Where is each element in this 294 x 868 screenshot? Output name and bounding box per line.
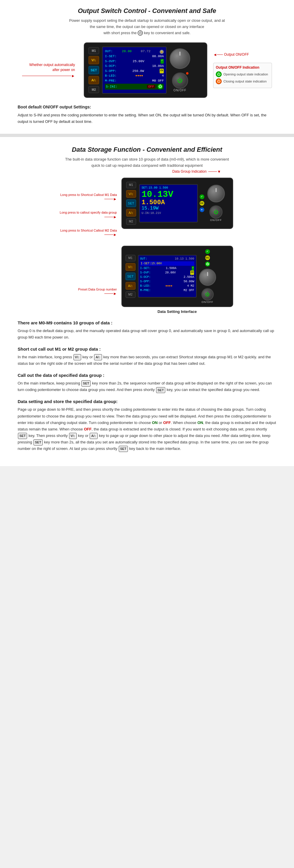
screen-line-4: S-OCP:10.00A (105, 64, 164, 69)
screen2-top: SET:15.00 1.500 (142, 186, 195, 189)
s3-line-1: OUT:10.13 1.500 (140, 257, 194, 261)
annot-open-text: Opening output state indication (223, 72, 268, 76)
screen2-setval: SET:15.00 1.500 (142, 186, 168, 189)
section1-subtitle: Power supply support seting the default … (17, 18, 277, 36)
d3-icon-yellow: CC (205, 255, 210, 260)
annot-preset: Preset Data Group number ► (78, 287, 117, 296)
rotary-knob[interactable] (170, 48, 190, 69)
screen-line-7: M-PRE:M0 OFF (105, 79, 164, 83)
icon-yellow-1: CC (199, 201, 204, 206)
btn-m2-label: M2 (88, 86, 99, 93)
d2-a-btn[interactable]: A/↕ (126, 209, 136, 217)
onoff-button[interactable]: ⏻ (172, 72, 188, 89)
device3-screen: OUT:10.13 1.500 I-SET:15.00V I-SET:1.500… (138, 255, 197, 298)
d3-a-btn[interactable]: A/↕ (125, 282, 136, 290)
annot-left-section1: Whether output automatically after power… (22, 62, 75, 78)
cv-icon: CV (160, 69, 164, 74)
annot-right-title: Output ON/OFF Indication (216, 65, 269, 69)
key-v2: V/↕ (69, 433, 77, 439)
device2-mockup: M1 V/↕ SET A/↕ M2 SET:15.00 1.500 10.13V… (121, 178, 233, 229)
screen-line-1: OUT:20.00 07.72 🔒 (105, 49, 164, 54)
key-set-3: SET (18, 433, 27, 439)
boot-section: Boot default ON/OFF output Settings: Adj… (17, 104, 277, 125)
s3-line-8: M-PRE:M2 OFF (140, 288, 194, 292)
data-setting-label: Data Setting Interface (121, 309, 233, 314)
d2-m2-label: M2 (126, 218, 136, 225)
annot-left-text: Whether output automatically after power… (29, 63, 75, 72)
icon-green-1: ✓ (199, 194, 204, 199)
s3-line-6: S-OPP:50.00W (140, 279, 194, 284)
annot-m2-text: Long press to Shortcut Callout M2 Data (60, 229, 117, 232)
text-section-1: There are M0-M9 contains 10 groups of da… (17, 320, 277, 341)
key-set-4: SET (34, 439, 43, 445)
screen2-watts: 15.19W (142, 206, 195, 211)
s3-line-7: B-LED:●●●● 4 M2 (140, 284, 194, 288)
screen-line-5: S-OPP:250.0W CV (105, 69, 164, 74)
key-v: V/↕ (73, 354, 81, 360)
section2: Data Storage Function - Convenient and E… (0, 136, 294, 466)
device3-wrapper: M1 V/↕ SET A/↕ M2 OUT:10.13 1.500 I-SET:… (121, 246, 233, 314)
annot-set-text: Long press to callout specify data group (60, 211, 117, 214)
section2-subtitle: The built-in data storage function can s… (17, 156, 277, 169)
device3-icons: ✓ CC ⏻ (205, 249, 210, 266)
text-body-2: In the main interface, long press V/↕ ke… (17, 354, 277, 367)
lock-icon: 🔒 (160, 50, 164, 54)
device2-wrapper: Data Group Indication ▼ M1 V/↕ SET A/↕ M… (121, 178, 233, 229)
open-indicator: ⏻ Opening output state indication (216, 71, 269, 77)
d3-set-btn[interactable]: SET (125, 273, 136, 280)
check-icon: ✓ (160, 59, 164, 64)
text-sections: There are M0-M9 contains 10 groups of da… (17, 320, 277, 452)
btn-set-key[interactable]: SET (88, 66, 99, 74)
text-body-3: On the main interface, keep pressing SET… (17, 380, 277, 393)
d2-v-btn[interactable]: V/↕ (126, 190, 136, 198)
s3-line-5: S-OCP:2.500A (140, 275, 194, 279)
screen2-voltage: 10.13V (142, 190, 195, 199)
device3-section: Preset Data Group number ► M1 V/↕ SET A/… (17, 246, 277, 314)
left-buttons: M1 V/↕ SET A/↕ M2 (88, 47, 99, 93)
preset-label-text: Preset Data Group number (78, 287, 117, 291)
onoff-label: ON/OFF (172, 89, 188, 92)
annot-m1: Long press to Shortcut Callout M1 Data ► (60, 192, 117, 201)
screen-line-3: S-OVP:25.00V ✓ (105, 59, 164, 64)
screen2-amps: 1.500A (142, 199, 195, 206)
btn-a-key[interactable]: A/↕ (88, 76, 99, 84)
section1-title: Output Switch Control - Convenient and S… (17, 7, 277, 15)
sini-row: S-INI: OFF ⏻ (105, 84, 164, 90)
device3-onoff: ⏻ ON/OFF (201, 288, 214, 304)
key-a2: A/↕ (90, 433, 98, 439)
key-set-1: SET (81, 380, 90, 386)
d3-m2-label: M2 (125, 291, 136, 298)
text-title-4: Data setting and store the specified dat… (17, 398, 277, 405)
text-title-2: Short cut call out M1 or M2 group data : (17, 346, 277, 352)
s3-line-3: I-SET:1.500A ✓ (140, 266, 194, 271)
boot-title: Boot default ON/OFF output Settings: (17, 104, 277, 111)
s3-cv: CV (190, 271, 194, 275)
dgi-label: Data Group Indication (172, 169, 207, 174)
device2-left-buttons: M1 V/↕ SET A/↕ M2 (126, 182, 136, 225)
annot-onoff-text: Output ON/OFF (224, 53, 249, 57)
s3-line-4: S-OVP:20.00V CV (140, 271, 194, 275)
device1-mockup: M1 V/↕ SET A/↕ M2 OUT:20.00 07.72 🔒 I-SE… (84, 42, 207, 98)
btn-v-key[interactable]: V/↕ (88, 56, 99, 64)
screen2-vin: U-IN:10.21V (142, 212, 195, 215)
text-section-4: Data setting and store the specified dat… (17, 398, 277, 452)
d2-m1-label: M1 (126, 182, 136, 188)
power-on-indicator: ⏻ (157, 84, 163, 89)
btn-m1-label: M1 (88, 47, 99, 54)
annot-close-text: Closing output state indication (223, 80, 267, 83)
device2-section: Long press to Shortcut Callout M1 Data ►… (17, 178, 277, 237)
annot-set: Long press to callout specify data group… (60, 210, 117, 219)
screen-line-2: I-SET:08.00A (105, 54, 164, 59)
device3-knob[interactable] (199, 269, 216, 286)
d3-v-btn[interactable]: V/↕ (125, 263, 136, 271)
device2-onoff-btn[interactable]: ⏻ (209, 205, 223, 219)
device2-knob[interactable] (207, 185, 225, 203)
key-a: A/↕ (94, 354, 102, 360)
d3-icon-green: ✓ (205, 249, 210, 254)
device2-screen: SET:15.00 1.500 10.13V 1.500A 15.19W U-I… (139, 184, 198, 222)
device2-onoff: ⏻ ON/OFF (209, 205, 223, 222)
device3-onoff-btn[interactable]: ⏻ (201, 288, 214, 301)
output-indicator-box: Output ON/OFF Indication ⏻ Opening outpu… (213, 63, 272, 88)
d2-set-btn[interactable]: SET (126, 199, 136, 207)
device2-onoff-label: ON/OFF (209, 219, 223, 222)
